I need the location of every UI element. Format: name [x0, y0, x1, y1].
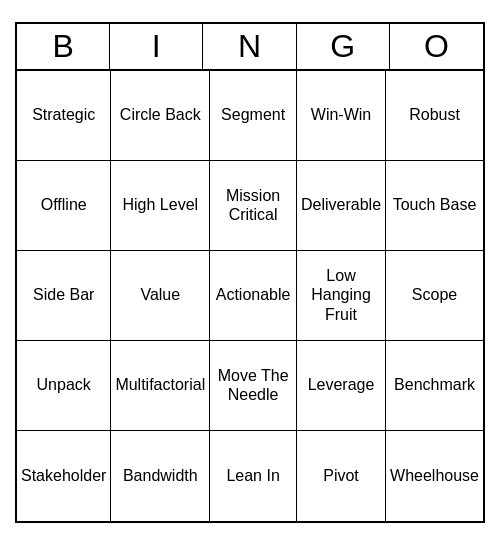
header-letter: N: [203, 24, 296, 69]
bingo-cell[interactable]: Robust: [386, 71, 483, 161]
bingo-cell[interactable]: High Level: [111, 161, 210, 251]
bingo-grid: StrategicCircle BackSegmentWin-WinRobust…: [17, 71, 483, 521]
bingo-cell[interactable]: Segment: [210, 71, 297, 161]
bingo-cell[interactable]: Strategic: [17, 71, 111, 161]
bingo-card: BINGO StrategicCircle BackSegmentWin-Win…: [15, 22, 485, 523]
bingo-cell[interactable]: Actionable: [210, 251, 297, 341]
bingo-cell[interactable]: Wheelhouse: [386, 431, 483, 521]
bingo-cell[interactable]: Scope: [386, 251, 483, 341]
bingo-cell[interactable]: Stakeholder: [17, 431, 111, 521]
bingo-cell[interactable]: Move The Needle: [210, 341, 297, 431]
bingo-cell[interactable]: Unpack: [17, 341, 111, 431]
header-letter: B: [17, 24, 110, 69]
bingo-cell[interactable]: Value: [111, 251, 210, 341]
bingo-cell[interactable]: Side Bar: [17, 251, 111, 341]
header-letter: I: [110, 24, 203, 69]
bingo-cell[interactable]: Win-Win: [297, 71, 386, 161]
bingo-cell[interactable]: Deliverable: [297, 161, 386, 251]
bingo-header: BINGO: [17, 24, 483, 71]
bingo-cell[interactable]: Offline: [17, 161, 111, 251]
header-letter: O: [390, 24, 483, 69]
bingo-cell[interactable]: Lean In: [210, 431, 297, 521]
header-letter: G: [297, 24, 390, 69]
bingo-cell[interactable]: Multifactorial: [111, 341, 210, 431]
bingo-cell[interactable]: Circle Back: [111, 71, 210, 161]
bingo-cell[interactable]: Leverage: [297, 341, 386, 431]
bingo-cell[interactable]: Low Hanging Fruit: [297, 251, 386, 341]
bingo-cell[interactable]: Mission Critical: [210, 161, 297, 251]
bingo-cell[interactable]: Pivot: [297, 431, 386, 521]
bingo-cell[interactable]: Bandwidth: [111, 431, 210, 521]
bingo-cell[interactable]: Touch Base: [386, 161, 483, 251]
bingo-cell[interactable]: Benchmark: [386, 341, 483, 431]
